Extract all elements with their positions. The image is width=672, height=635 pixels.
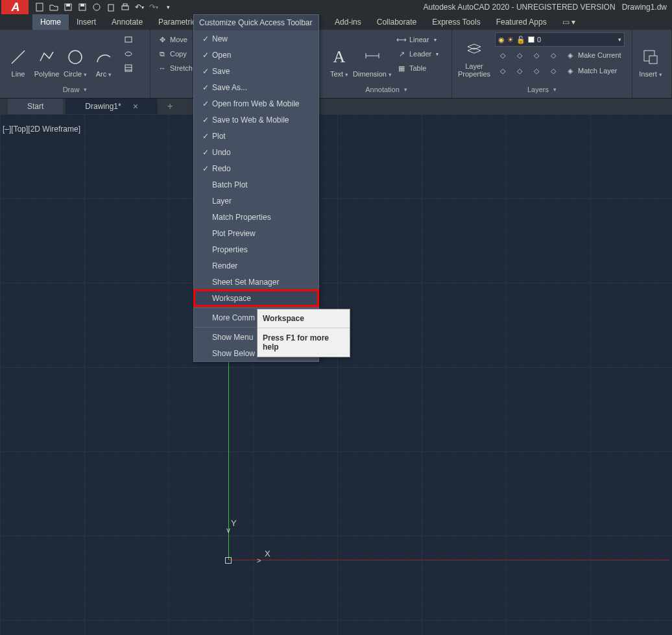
- app-logo[interactable]: A: [1, 0, 29, 14]
- panel-layers-title[interactable]: Layers: [456, 84, 628, 95]
- layers-icon-1: ◇: [498, 50, 508, 60]
- undo-icon[interactable]: ↶▾: [133, 1, 146, 14]
- lock-icon: 🔓: [516, 36, 525, 44]
- insert-icon: [640, 47, 661, 67]
- app-title: Autodesk AutoCAD 2020 - UNREGISTERED VER…: [424, 3, 673, 12]
- draw-small-2[interactable]: [121, 47, 136, 61]
- line-button[interactable]: Line: [4, 32, 32, 78]
- check-icon: ✓: [199, 164, 212, 173]
- dropdown-item-plot[interactable]: ✓Plot: [194, 128, 318, 144]
- layer-properties-button[interactable]: Layer Properties: [456, 32, 492, 78]
- layers-icon-2: ◇: [514, 50, 525, 60]
- draw-small-3[interactable]: [121, 61, 136, 75]
- leader-button[interactable]: ↗Leader▾: [394, 47, 441, 61]
- new-tab-icon[interactable]: +: [167, 101, 173, 112]
- tab-insert[interactable]: Insert: [69, 14, 104, 30]
- x-arrow: >: [257, 557, 261, 564]
- tooltip: Workspace Press F1 for more help: [257, 309, 350, 357]
- open-web-icon[interactable]: [90, 1, 103, 14]
- saveas-icon[interactable]: [76, 1, 89, 14]
- panel-draw: Line Polyline Circle Arc Draw: [0, 30, 150, 98]
- table-button[interactable]: ▦Table: [394, 61, 441, 75]
- color-swatch: [528, 36, 534, 43]
- text-button[interactable]: A Text: [325, 32, 354, 78]
- copy-button[interactable]: ⧉Copy: [154, 47, 195, 61]
- draw-small-1[interactable]: [121, 32, 136, 47]
- linear-button[interactable]: ⟷Linear▾: [394, 32, 441, 47]
- layer-btn-4[interactable]: ◇: [546, 48, 561, 62]
- move-button[interactable]: ✥Move: [154, 32, 195, 47]
- dropdown-item-undo[interactable]: ✓Undo: [194, 144, 318, 160]
- dropdown-item-label: Redo: [212, 164, 231, 173]
- dropdown-item-new[interactable]: ✓New: [194, 30, 318, 47]
- dropdown-item-label: Properties: [212, 245, 248, 254]
- layer-dropdown[interactable]: ◉ ☀ 🔓 0 ▾: [495, 32, 625, 47]
- dimension-button[interactable]: Dimension: [354, 32, 391, 78]
- drawing-viewport[interactable]: [–][Top][2D Wireframe] ∨ > Y X: [0, 114, 672, 635]
- svg-rect-8: [123, 4, 127, 6]
- layer-properties-icon: [464, 39, 485, 60]
- save-icon[interactable]: [62, 1, 75, 14]
- tab-overflow-icon[interactable]: ▭ ▾: [555, 14, 583, 30]
- polyline-button[interactable]: Polyline: [32, 32, 61, 78]
- view-controls[interactable]: [–][Top][2D Wireframe]: [3, 125, 80, 134]
- tab-home[interactable]: Home: [32, 14, 69, 30]
- layer-btn-1[interactable]: ◇: [495, 48, 510, 62]
- plot-icon[interactable]: [119, 1, 132, 14]
- layer-btn-3[interactable]: ◇: [529, 48, 544, 62]
- layer-btn-7[interactable]: ◇: [529, 64, 544, 78]
- layer-btn-5[interactable]: ◇: [495, 64, 510, 78]
- dropdown-item-save-to-web-mobile[interactable]: ✓Save to Web & Mobile: [194, 112, 318, 128]
- tab-addins[interactable]: Add-ins: [327, 14, 369, 30]
- redo-icon[interactable]: ↷▾: [147, 1, 160, 14]
- check-icon: ✓: [199, 132, 212, 141]
- ellipse-icon: [123, 49, 134, 59]
- dropdown-item-match-properties[interactable]: Match Properties: [194, 209, 318, 225]
- ucs-origin: [225, 557, 232, 564]
- doc-tab-start[interactable]: Start: [8, 99, 63, 114]
- dropdown-item-save-as-[interactable]: ✓Save As...: [194, 79, 318, 95]
- doc-tab-drawing1[interactable]: Drawing1* × +: [66, 99, 158, 114]
- panel-annotation-title[interactable]: Annotation: [325, 84, 448, 95]
- dropdown-item-label: Plot Preview: [212, 229, 256, 238]
- dropdown-item-label: Show Menu: [212, 333, 253, 342]
- dropdown-item-open-from-web-mobile[interactable]: ✓Open from Web & Mobile: [194, 95, 318, 112]
- tab-express-tools[interactable]: Express Tools: [424, 14, 488, 30]
- arc-button[interactable]: Arc: [90, 32, 118, 78]
- check-icon: ✓: [199, 51, 212, 60]
- dropdown-item-label: Open: [212, 51, 231, 60]
- dropdown-item-plot-preview[interactable]: Plot Preview: [194, 225, 318, 241]
- insert-button[interactable]: Insert: [636, 32, 665, 78]
- dropdown-item-sheet-set-manager[interactable]: Sheet Set Manager: [194, 274, 318, 290]
- layer-btn-2[interactable]: ◇: [512, 48, 527, 62]
- match-layer-button[interactable]: ◈Match Layer: [562, 64, 620, 78]
- document-tabs: Start Drawing1* × +: [0, 99, 672, 114]
- layer-btn-6[interactable]: ◇: [512, 64, 527, 78]
- svg-rect-11: [125, 37, 132, 42]
- tooltip-body: Press F1 for more help: [258, 328, 350, 357]
- panel-draw-title[interactable]: Draw: [4, 84, 146, 95]
- make-current-button[interactable]: ◈Make Current: [562, 48, 624, 62]
- dropdown-item-layer[interactable]: Layer: [194, 193, 318, 209]
- dropdown-item-redo[interactable]: ✓Redo: [194, 160, 318, 176]
- save-web-icon[interactable]: [104, 1, 117, 14]
- tab-featured-apps[interactable]: Featured Apps: [488, 14, 555, 30]
- open-icon[interactable]: [47, 1, 60, 14]
- circle-button[interactable]: Circle: [61, 32, 90, 78]
- tab-annotate[interactable]: Annotate: [104, 14, 150, 30]
- dropdown-item-workspace[interactable]: Workspace: [194, 290, 318, 306]
- layer-btn-8[interactable]: ◇: [546, 64, 561, 78]
- dropdown-item-save[interactable]: ✓Save: [194, 63, 318, 79]
- close-icon[interactable]: ×: [133, 101, 138, 112]
- qat-customize-dropdown-icon[interactable]: ▾: [162, 1, 174, 14]
- new-icon[interactable]: [33, 1, 46, 14]
- dropdown-item-properties[interactable]: Properties: [194, 241, 318, 258]
- dropdown-item-render[interactable]: Render: [194, 258, 318, 274]
- dropdown-item-open[interactable]: ✓Open: [194, 47, 318, 63]
- dropdown-item-batch-plot[interactable]: Batch Plot: [194, 176, 318, 193]
- panel-modify-title: [154, 91, 189, 95]
- panel-layers: Layer Properties ◉ ☀ 🔓 0 ▾ ◇ ◇ ◇ ◇ ◈Make…: [452, 30, 632, 98]
- stretch-button[interactable]: ↔Stretch: [154, 61, 195, 75]
- arc-icon: [93, 47, 114, 67]
- tab-collaborate[interactable]: Collaborate: [369, 14, 424, 30]
